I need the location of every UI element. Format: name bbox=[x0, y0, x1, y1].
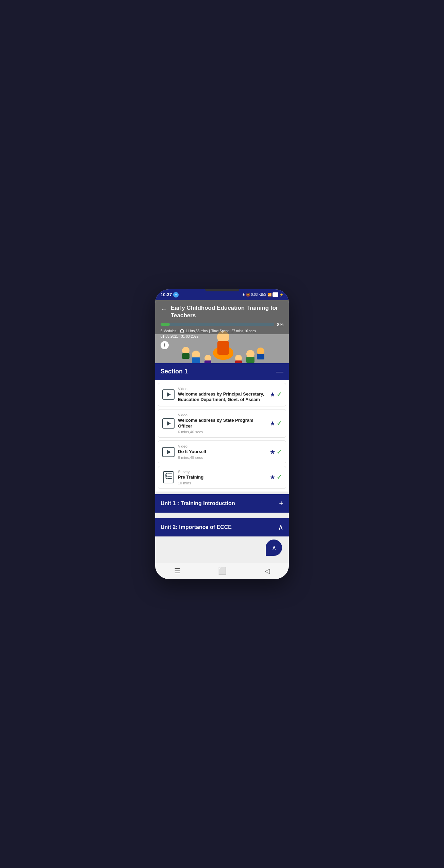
check-icon-3: ✓ bbox=[277, 448, 282, 456]
play-triangle bbox=[167, 392, 171, 397]
content-scroll[interactable]: Section 1 — Video Welcome address by Pri… bbox=[155, 363, 289, 563]
video-icon-1 bbox=[162, 388, 175, 401]
charging-icon: ⚡ bbox=[279, 293, 283, 296]
item-actions-2: ★ ✓ bbox=[270, 420, 282, 427]
chevron-up-icon: ∧ bbox=[272, 544, 276, 551]
spacer bbox=[155, 513, 289, 515]
back-nav-icon[interactable]: ◁ bbox=[265, 567, 270, 575]
progress-bar-container bbox=[161, 323, 274, 326]
hero-content: ← Early Childhood Education Training for… bbox=[155, 300, 289, 353]
svg-rect-15 bbox=[182, 353, 190, 359]
star-icon-2[interactable]: ★ bbox=[270, 420, 275, 427]
svg-rect-7 bbox=[246, 357, 254, 363]
video-icon-3 bbox=[162, 446, 175, 458]
item-title-1: Welcome address by Principal Secretary, … bbox=[178, 391, 266, 403]
play-icon-box bbox=[162, 447, 175, 457]
status-time-area: 10:37 + bbox=[161, 292, 179, 298]
unit-2-toggle[interactable]: ∧ bbox=[278, 523, 283, 532]
item-body-4: Survey Pre Training 10 mins bbox=[178, 470, 266, 485]
item-body-3: Video Do It Yourself 6 mins,49 secs bbox=[178, 444, 266, 460]
svg-rect-11 bbox=[235, 360, 242, 363]
progress-percent: 8% bbox=[277, 322, 283, 327]
duration-text: 11 hrs,56 mins bbox=[185, 329, 208, 333]
data-speed: 0.03 KB/S bbox=[251, 293, 266, 296]
bottom-nav: ☰ ⬜ ◁ bbox=[155, 563, 289, 579]
home-nav-icon[interactable]: ⬜ bbox=[218, 567, 227, 575]
survey-icon-4 bbox=[162, 471, 175, 483]
video-icon-2 bbox=[162, 417, 175, 430]
section-collapse-icon[interactable]: — bbox=[276, 368, 283, 375]
play-icon-box bbox=[162, 389, 175, 400]
check-icon-4: ✓ bbox=[277, 473, 282, 481]
item-actions-4: ★ ✓ bbox=[270, 473, 282, 481]
unit-1-header[interactable]: Unit 1 : Training Introduction + bbox=[155, 494, 289, 513]
phone-frame: 10:37 + ✱ 🔕 0.03 KB/S 📶 90 ⚡ bbox=[155, 289, 289, 579]
item-type-4: Survey bbox=[178, 470, 266, 474]
time-spent: Time Spent : 27 mins,16 secs bbox=[211, 329, 256, 333]
item-body-1: Video Welcome address by Principal Secre… bbox=[178, 387, 266, 403]
list-item[interactable]: Video Do It Yourself 6 mins,49 secs ★ ✓ bbox=[158, 440, 286, 463]
item-title-2: Welcome address by State Program Officer bbox=[178, 418, 266, 429]
phone-notch bbox=[205, 289, 239, 291]
items-list: Video Welcome address by Principal Secre… bbox=[155, 380, 289, 492]
play-icon-box bbox=[162, 418, 175, 429]
phone-screen: 10:37 + ✱ 🔕 0.03 KB/S 📶 90 ⚡ bbox=[155, 289, 289, 579]
item-duration-3: 6 mins,49 secs bbox=[178, 455, 266, 460]
unit-1-toggle[interactable]: + bbox=[279, 499, 283, 508]
progress-bar-fill bbox=[161, 323, 170, 326]
unit-2-header[interactable]: Unit 2: Importance of ECCE ∧ bbox=[155, 518, 289, 536]
check-icon-2: ✓ bbox=[277, 420, 282, 427]
progress-row: 8% bbox=[161, 322, 283, 327]
section-title: Section 1 bbox=[161, 368, 188, 375]
item-actions-3: ★ ✓ bbox=[270, 448, 282, 456]
svg-rect-13 bbox=[257, 354, 264, 359]
item-actions-1: ★ ✓ bbox=[270, 391, 282, 398]
fab-scroll-up[interactable]: ∧ bbox=[266, 540, 282, 556]
item-type-3: Video bbox=[178, 444, 266, 448]
item-type-1: Video bbox=[178, 387, 266, 391]
wifi-icon: 📶 bbox=[267, 293, 272, 296]
menu-nav-icon[interactable]: ☰ bbox=[174, 567, 180, 575]
back-button[interactable]: ← bbox=[161, 305, 167, 313]
unit-2-title: Unit 2: Importance of ECCE bbox=[161, 524, 232, 530]
item-title-4: Pre Training bbox=[178, 475, 266, 480]
item-body-2: Video Welcome address by State Program O… bbox=[178, 413, 266, 434]
svg-rect-5 bbox=[192, 357, 200, 363]
clock-icon bbox=[180, 329, 184, 333]
hero-top-row: ← Early Childhood Education Training for… bbox=[161, 304, 283, 319]
list-item[interactable]: Video Welcome address by Principal Secre… bbox=[158, 383, 286, 407]
play-triangle bbox=[167, 421, 171, 426]
modules-count: 5 Modules bbox=[161, 329, 176, 333]
hero-meta: 5 Modules | 11 hrs,56 mins | Time Spent … bbox=[161, 329, 283, 333]
item-duration-2: 6 mins,46 secs bbox=[178, 430, 266, 434]
check-icon-1: ✓ bbox=[277, 391, 282, 398]
list-item[interactable]: Video Welcome address by State Program O… bbox=[158, 409, 286, 438]
item-title-3: Do It Yourself bbox=[178, 449, 266, 455]
silent-icon: 🔕 bbox=[246, 293, 250, 296]
bluetooth-icon: ✱ bbox=[242, 293, 245, 296]
survey-icon-box bbox=[163, 471, 174, 483]
item-duration-4: 10 mins bbox=[178, 481, 266, 485]
item-type-2: Video bbox=[178, 413, 266, 417]
star-icon-4[interactable]: ★ bbox=[270, 473, 275, 481]
course-title: Early Childhood Education Training for T… bbox=[171, 304, 283, 319]
hero-section: ← Early Childhood Education Training for… bbox=[155, 300, 289, 363]
list-item[interactable]: Survey Pre Training 10 mins ★ ✓ bbox=[158, 466, 286, 489]
status-icons-area: ✱ 🔕 0.03 KB/S 📶 90 ⚡ bbox=[242, 292, 283, 297]
star-icon-1[interactable]: ★ bbox=[270, 391, 275, 398]
notification-dot: + bbox=[173, 292, 179, 298]
info-button[interactable]: i bbox=[161, 341, 169, 349]
course-dates: 01-03-2021 - 31-03-2022 bbox=[161, 335, 283, 338]
svg-rect-9 bbox=[204, 360, 211, 363]
play-triangle bbox=[167, 450, 171, 454]
time-display: 10:37 bbox=[161, 292, 172, 297]
section-1-header[interactable]: Section 1 — bbox=[155, 363, 289, 380]
unit-1-title: Unit 1 : Training Introduction bbox=[161, 500, 235, 507]
battery-display: 90 bbox=[273, 292, 278, 297]
star-icon-3[interactable]: ★ bbox=[270, 448, 275, 456]
